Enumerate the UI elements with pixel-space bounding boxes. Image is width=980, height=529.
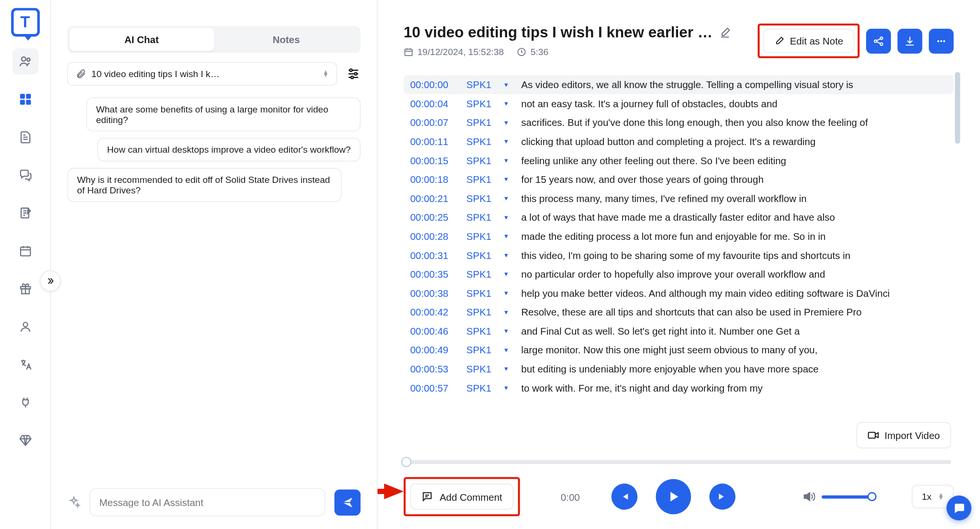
chevron-down-icon[interactable]: ▾ — [504, 232, 513, 241]
transcript-row[interactable]: 00:00:18SPK1▾for 15 years now, and over … — [404, 170, 954, 189]
speaker-label[interactable]: SPK1 — [467, 136, 497, 147]
chevron-down-icon[interactable]: ▾ — [504, 175, 513, 184]
expand-sidebar-button[interactable] — [40, 270, 61, 292]
tab-ai-chat[interactable]: AI Chat — [69, 28, 214, 51]
timestamp[interactable]: 00:00:00 — [410, 79, 458, 90]
speaker-label[interactable]: SPK1 — [467, 288, 497, 299]
chevron-down-icon[interactable]: ▾ — [504, 137, 513, 146]
timestamp[interactable]: 00:00:18 — [410, 174, 458, 185]
translate-icon[interactable] — [12, 351, 38, 378]
chevron-down-icon[interactable]: ▾ — [504, 194, 513, 203]
notes-icon[interactable] — [12, 200, 38, 226]
suggestion-chip[interactable]: How can virtual desktops improve a video… — [97, 138, 360, 161]
dashboard-icon[interactable] — [12, 86, 38, 113]
chevron-down-icon[interactable]: ▾ — [504, 251, 513, 259]
chevron-down-icon[interactable]: ▾ — [504, 80, 513, 89]
import-video-button[interactable]: Import Video — [857, 422, 951, 449]
sparkle-icon[interactable] — [67, 495, 80, 508]
chevron-down-icon[interactable]: ▾ — [504, 213, 513, 222]
gift-icon[interactable] — [12, 276, 38, 302]
speaker-label[interactable]: SPK1 — [467, 117, 497, 128]
speaker-label[interactable]: SPK1 — [467, 79, 497, 90]
settings-sliders-icon[interactable] — [346, 67, 360, 81]
speaker-label[interactable]: SPK1 — [467, 155, 497, 166]
speaker-label[interactable]: SPK1 — [467, 98, 497, 109]
next-button[interactable] — [709, 484, 735, 510]
suggestion-chip[interactable]: What are some benefits of using a large … — [86, 97, 360, 131]
speaker-label[interactable]: SPK1 — [467, 174, 497, 185]
people-icon[interactable] — [12, 48, 38, 75]
timestamp[interactable]: 00:00:35 — [410, 269, 458, 280]
transcript-row[interactable]: 00:00:38SPK1▾help you make better videos… — [404, 283, 954, 303]
suggestion-chip[interactable]: Why is it recommended to edit off of Sol… — [67, 168, 342, 202]
transcript-row[interactable]: 00:00:35SPK1▾no particular order to hope… — [404, 265, 954, 284]
chevron-down-icon[interactable]: ▾ — [504, 289, 513, 297]
timestamp[interactable]: 00:00:42 — [410, 306, 458, 317]
speaker-label[interactable]: SPK1 — [467, 231, 497, 242]
timestamp[interactable]: 00:00:28 — [410, 231, 458, 242]
transcript-row[interactable]: 00:00:25SPK1▾a lot of ways that have mad… — [404, 208, 954, 227]
speaker-label[interactable]: SPK1 — [467, 326, 497, 337]
file-selector[interactable]: 10 video editing tips I wish I k… ▲▼ — [67, 62, 337, 86]
timestamp[interactable]: 00:00:25 — [410, 212, 458, 223]
chat-icon[interactable] — [12, 162, 38, 189]
chat-input[interactable] — [89, 488, 325, 517]
speaker-label[interactable]: SPK1 — [467, 344, 497, 355]
speaker-label[interactable]: SPK1 — [467, 306, 497, 317]
speaker-label[interactable]: SPK1 — [467, 249, 497, 260]
speaker-label[interactable]: SPK1 — [467, 193, 497, 204]
chevron-down-icon[interactable]: ▾ — [504, 270, 513, 279]
edit-as-note-button[interactable]: Edit as Note — [763, 29, 855, 53]
chevron-down-icon[interactable]: ▾ — [504, 383, 513, 392]
transcript-row[interactable]: 00:00:11SPK1▾clicking that upload button… — [404, 132, 954, 151]
play-button[interactable] — [656, 479, 691, 515]
volume-slider[interactable] — [822, 495, 873, 498]
progress-bar[interactable] — [404, 460, 951, 464]
document-icon[interactable] — [12, 124, 38, 150]
scrollbar-indicator[interactable] — [955, 72, 960, 144]
transcript-row[interactable]: 00:00:04SPK1▾not an easy task. It's a jo… — [404, 94, 954, 113]
chevron-down-icon[interactable]: ▾ — [504, 308, 513, 316]
timestamp[interactable]: 00:00:04 — [410, 98, 458, 109]
transcript-row[interactable]: 00:00:31SPK1▾this video, I'm going to be… — [404, 246, 954, 265]
app-logo[interactable]: T — [11, 8, 40, 36]
user-icon[interactable] — [12, 314, 38, 340]
add-comment-button[interactable]: Add Comment — [410, 484, 513, 510]
share-button[interactable] — [866, 28, 891, 53]
chevron-down-icon[interactable]: ▾ — [504, 346, 513, 354]
timestamp[interactable]: 00:00:46 — [410, 326, 458, 337]
prev-button[interactable] — [611, 484, 637, 510]
chevron-down-icon[interactable]: ▾ — [504, 156, 513, 165]
speaker-label[interactable]: SPK1 — [467, 363, 497, 374]
transcript-row[interactable]: 00:00:00SPK1▾As video editors, we all kn… — [404, 75, 954, 94]
more-button[interactable] — [929, 28, 954, 53]
chevron-down-icon[interactable]: ▾ — [504, 118, 513, 127]
plugin-icon[interactable] — [12, 390, 38, 416]
transcript-row[interactable]: 00:00:21SPK1▾this process many, many tim… — [404, 189, 954, 208]
transcript-row[interactable]: 00:00:15SPK1▾feeling unlike any other fe… — [404, 151, 954, 170]
timestamp[interactable]: 00:00:21 — [410, 193, 458, 204]
send-button[interactable] — [334, 489, 361, 516]
speaker-label[interactable]: SPK1 — [467, 269, 497, 280]
timestamp[interactable]: 00:00:07 — [410, 117, 458, 128]
help-chat-button[interactable] — [947, 495, 971, 520]
download-button[interactable] — [898, 28, 923, 53]
tab-notes[interactable]: Notes — [214, 28, 358, 51]
edit-title-icon[interactable] — [719, 26, 731, 38]
timestamp[interactable]: 00:00:11 — [410, 136, 458, 147]
calendar-icon[interactable] — [12, 238, 38, 264]
timestamp[interactable]: 00:00:49 — [410, 344, 458, 355]
transcript-row[interactable]: 00:00:46SPK1▾and Final Cut as well. So l… — [404, 322, 954, 341]
timestamp[interactable]: 00:00:53 — [410, 363, 458, 374]
transcript-row[interactable]: 00:00:42SPK1▾Resolve, these are all tips… — [404, 303, 954, 322]
transcript-row[interactable]: 00:00:49SPK1▾large monitor. Now this one… — [404, 340, 954, 360]
speaker-label[interactable]: SPK1 — [467, 383, 497, 394]
timestamp[interactable]: 00:00:57 — [410, 383, 458, 394]
progress-thumb[interactable] — [401, 457, 412, 467]
transcript-row[interactable]: 00:00:28SPK1▾made the editing process a … — [404, 227, 954, 246]
timestamp[interactable]: 00:00:31 — [410, 249, 458, 260]
transcript-row[interactable]: 00:00:57SPK1▾to work with. For me, it's … — [404, 378, 954, 397]
chevron-down-icon[interactable]: ▾ — [504, 99, 513, 108]
timestamp[interactable]: 00:00:38 — [410, 288, 458, 299]
chevron-down-icon[interactable]: ▾ — [504, 365, 513, 373]
